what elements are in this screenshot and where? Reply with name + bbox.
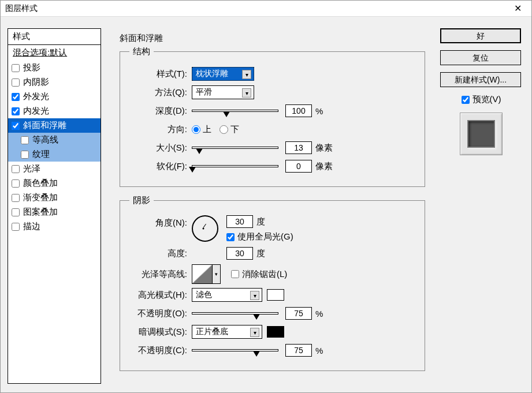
depth-input[interactable] [285,104,312,117]
chevron-down-icon: ▾ [242,70,251,79]
sidebar-item-label: 纹理 [32,149,50,160]
size-slider[interactable] [192,147,278,149]
reset-button[interactable]: 复位 [440,50,521,65]
preview-inner [467,120,495,148]
sidebar-item-checkbox[interactable] [12,223,20,231]
sidebar-item-9[interactable]: 渐变叠加 [8,190,101,205]
sidebar-item-4[interactable]: 斜面和浮雕 [8,118,101,133]
angle-unit: 度 [256,216,265,227]
global-light-checkbox[interactable]: 使用全局光(G) [226,231,293,242]
sidebar-item-label: 描边 [23,221,40,232]
soften-slider[interactable] [192,165,278,167]
depth-label: 深度(D): [129,106,187,117]
sidebar-item-checkbox[interactable] [12,93,20,101]
opacity2-unit: % [315,346,323,355]
direction-up-radio[interactable]: 上 [192,124,211,135]
panel-title: 斜面和浮雕 [120,33,163,44]
chevron-down-icon: ▾ [250,291,259,300]
shadow-mode-label: 暗调模式(S): [129,327,187,338]
sidebar-item-6[interactable]: 纹理 [8,147,101,162]
sidebar-item-label: 内阴影 [23,77,49,88]
chevron-down-icon: ▾ [242,88,251,98]
sidebar-item-checkbox[interactable] [21,151,29,159]
preview-thumbnail [460,113,503,155]
depth-slider[interactable] [192,110,278,112]
sidebar-item-7[interactable]: 光泽 [8,162,101,176]
highlight-mode-select[interactable]: 滤色 ▾ [192,288,262,302]
content-area: 样式 混合选项:默认 投影内阴影外发光内发光斜面和浮雕等高线纹理光泽颜色叠加渐变… [1,17,531,391]
sidebar-item-checkbox[interactable] [12,179,20,188]
style-select[interactable]: 枕状浮雕 ▾ [192,67,254,81]
window-title: 图层样式 [5,3,508,14]
action-panel: 好 复位 新建样式(W)... 预览(V) [438,28,524,384]
new-style-button[interactable]: 新建样式(W)... [440,72,521,87]
sidebar-item-11[interactable]: 描边 [8,219,101,234]
soften-input[interactable] [285,160,312,173]
sidebar-item-5[interactable]: 等高线 [8,133,101,147]
shadow-group: 阴影 角度(N): 度 使用全局光(G) 高度: [120,195,425,371]
sidebar-item-label: 等高线 [32,134,58,145]
settings-panel: 斜面和浮雕 结构 样式(T): 枕状浮雕 ▾ 方法(Q): 平滑 [101,28,438,384]
soften-label: 软化(F): [129,161,187,172]
contour-preview [192,265,212,283]
sidebar-item-label: 内发光 [23,106,49,117]
altitude-unit: 度 [256,248,265,259]
shadow-color-swatch[interactable] [267,326,284,338]
size-unit: 像素 [315,143,333,154]
titlebar: 图层样式 ✕ [1,1,531,17]
altitude-input[interactable] [226,247,253,260]
antialias-checkbox[interactable]: 消除锯齿(L) [231,269,287,280]
sidebar-item-checkbox[interactable] [12,64,20,72]
sidebar-item-checkbox[interactable] [12,107,20,115]
opacity2-slider[interactable] [192,349,278,351]
opacity2-input[interactable] [285,344,312,357]
direction-down-radio[interactable]: 下 [220,124,239,135]
sidebar-item-label: 投影 [23,62,40,73]
sidebar-item-label: 光泽 [23,163,40,174]
shadow-mode-select[interactable]: 正片叠底 ▾ [192,325,262,339]
opacity1-label: 不透明度(O): [129,308,187,319]
gloss-contour-picker[interactable]: ▾ [192,264,221,284]
close-icon[interactable]: ✕ [508,1,527,17]
size-input[interactable] [285,141,312,154]
highlight-mode-value: 滤色 [196,290,212,300]
preview-checkbox[interactable]: 预览(V) [440,94,522,105]
ok-button[interactable]: 好 [440,28,521,43]
shadow-mode-value: 正片叠底 [196,327,228,337]
method-select[interactable]: 平滑 ▾ [192,85,254,99]
sidebar-item-checkbox[interactable] [12,165,20,173]
shadow-legend: 阴影 [129,195,154,206]
angle-input[interactable] [226,215,253,228]
altitude-label: 高度: [129,248,187,259]
sidebar-item-1[interactable]: 内阴影 [8,75,101,89]
opacity1-unit: % [315,309,323,319]
angle-dial[interactable] [192,215,218,242]
opacity2-label: 不透明度(C): [129,345,187,356]
blend-options[interactable]: 混合选项:默认 [8,45,101,61]
sidebar-item-checkbox[interactable] [21,136,29,144]
sidebar-item-10[interactable]: 图案叠加 [8,205,101,219]
styles-header: 样式 [8,29,101,45]
opacity1-slider[interactable] [192,312,278,315]
gloss-contour-label: 光泽等高线: [129,269,187,280]
sidebar-item-checkbox[interactable] [12,78,20,87]
sidebar-item-checkbox[interactable] [12,194,20,202]
sidebar-item-label: 渐变叠加 [23,192,58,203]
layer-style-dialog: 图层样式 ✕ 样式 混合选项:默认 投影内阴影外发光内发光斜面和浮雕等高线纹理光… [0,0,532,393]
direction-label: 方向: [129,124,187,135]
highlight-color-swatch[interactable] [267,289,284,301]
sidebar-item-8[interactable]: 颜色叠加 [8,176,101,190]
method-value: 平滑 [196,87,212,98]
sidebar-item-3[interactable]: 内发光 [8,104,101,118]
soften-unit: 像素 [315,161,333,172]
sidebar-item-label: 斜面和浮雕 [23,120,66,131]
sidebar-item-0[interactable]: 投影 [8,61,101,75]
chevron-down-icon: ▾ [250,328,259,337]
sidebar-item-2[interactable]: 外发光 [8,89,101,104]
sidebar-item-checkbox[interactable] [12,208,20,216]
opacity1-input[interactable] [285,307,312,320]
sidebar-item-label: 颜色叠加 [23,178,58,189]
sidebar-item-checkbox[interactable] [12,122,20,130]
size-label: 大小(S): [129,143,187,154]
sidebar-item-label: 外发光 [23,91,49,102]
